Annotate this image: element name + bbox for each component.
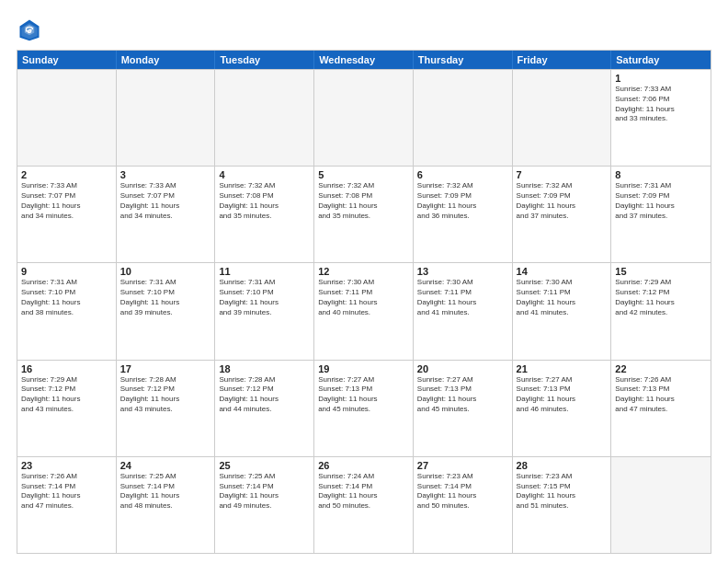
cell-info: Sunrise: 7:29 AM Sunset: 7:12 PM Dayligh…	[615, 278, 707, 317]
calendar-cell: 28Sunrise: 7:23 AM Sunset: 7:15 PM Dayli…	[513, 457, 612, 553]
header-day-thursday: Thursday	[414, 51, 513, 69]
cell-info: Sunrise: 7:33 AM Sunset: 7:07 PM Dayligh…	[120, 181, 211, 221]
cell-info: Sunrise: 7:31 AM Sunset: 7:10 PM Dayligh…	[21, 278, 112, 317]
day-number: 23	[21, 460, 112, 471]
calendar-cell: 21Sunrise: 7:27 AM Sunset: 7:13 PM Dayli…	[513, 361, 612, 456]
calendar-cell: 19Sunrise: 7:27 AM Sunset: 7:13 PM Dayli…	[314, 361, 414, 456]
header-day-monday: Monday	[117, 51, 216, 69]
cell-info: Sunrise: 7:28 AM Sunset: 7:12 PM Dayligh…	[219, 375, 310, 415]
day-number: 8	[615, 169, 707, 180]
day-number: 11	[219, 266, 310, 277]
day-number: 20	[417, 363, 508, 374]
calendar-row-1: 1Sunrise: 7:33 AM Sunset: 7:06 PM Daylig…	[17, 69, 711, 166]
calendar-cell: 12Sunrise: 7:30 AM Sunset: 7:11 PM Dayli…	[314, 263, 414, 359]
cell-info: Sunrise: 7:24 AM Sunset: 7:14 PM Dayligh…	[318, 472, 409, 511]
cell-info: Sunrise: 7:23 AM Sunset: 7:14 PM Dayligh…	[417, 472, 508, 511]
cell-info: Sunrise: 7:31 AM Sunset: 7:09 PM Dayligh…	[615, 181, 707, 221]
calendar-cell	[414, 70, 513, 166]
header-day-sunday: Sunday	[17, 51, 117, 69]
calendar-header: SundayMondayTuesdayWednesdayThursdayFrid…	[17, 51, 711, 69]
calendar-cell: 7Sunrise: 7:32 AM Sunset: 7:09 PM Daylig…	[513, 167, 612, 262]
cell-info: Sunrise: 7:27 AM Sunset: 7:13 PM Dayligh…	[517, 375, 608, 415]
cell-info: Sunrise: 7:32 AM Sunset: 7:09 PM Dayligh…	[417, 181, 508, 221]
cell-info: Sunrise: 7:33 AM Sunset: 7:07 PM Dayligh…	[21, 181, 112, 221]
calendar-row-3: 9Sunrise: 7:31 AM Sunset: 7:10 PM Daylig…	[17, 262, 711, 359]
calendar-row-5: 23Sunrise: 7:26 AM Sunset: 7:14 PM Dayli…	[17, 456, 711, 553]
calendar-cell: 22Sunrise: 7:26 AM Sunset: 7:13 PM Dayli…	[611, 361, 711, 456]
calendar-cell: 16Sunrise: 7:29 AM Sunset: 7:12 PM Dayli…	[17, 361, 117, 456]
cell-info: Sunrise: 7:30 AM Sunset: 7:11 PM Dayligh…	[517, 278, 608, 317]
day-number: 16	[21, 363, 112, 374]
cell-info: Sunrise: 7:29 AM Sunset: 7:12 PM Dayligh…	[21, 375, 112, 415]
cell-info: Sunrise: 7:30 AM Sunset: 7:11 PM Dayligh…	[417, 278, 508, 317]
day-number: 14	[517, 266, 608, 277]
calendar-cell: 13Sunrise: 7:30 AM Sunset: 7:11 PM Dayli…	[414, 263, 513, 359]
calendar-cell: 24Sunrise: 7:25 AM Sunset: 7:14 PM Dayli…	[117, 457, 216, 553]
calendar-row-4: 16Sunrise: 7:29 AM Sunset: 7:12 PM Dayli…	[17, 360, 711, 456]
calendar-cell: 25Sunrise: 7:25 AM Sunset: 7:14 PM Dayli…	[215, 457, 314, 553]
calendar-cell	[117, 70, 216, 166]
calendar-cell: 18Sunrise: 7:28 AM Sunset: 7:12 PM Dayli…	[215, 361, 314, 456]
calendar: SundayMondayTuesdayWednesdayThursdayFrid…	[17, 50, 711, 554]
calendar-cell: 6Sunrise: 7:32 AM Sunset: 7:09 PM Daylig…	[414, 167, 513, 262]
calendar-cell: 1Sunrise: 7:33 AM Sunset: 7:06 PM Daylig…	[611, 70, 711, 166]
header	[17, 17, 711, 42]
cell-info: Sunrise: 7:26 AM Sunset: 7:14 PM Dayligh…	[21, 472, 112, 511]
day-number: 7	[517, 169, 608, 180]
cell-info: Sunrise: 7:26 AM Sunset: 7:13 PM Dayligh…	[615, 375, 707, 415]
calendar-cell: 14Sunrise: 7:30 AM Sunset: 7:11 PM Dayli…	[513, 263, 612, 359]
cell-info: Sunrise: 7:33 AM Sunset: 7:06 PM Dayligh…	[615, 85, 707, 124]
cell-info: Sunrise: 7:23 AM Sunset: 7:15 PM Dayligh…	[517, 472, 608, 511]
day-number: 28	[517, 460, 608, 471]
calendar-cell	[314, 70, 414, 166]
calendar-cell	[215, 70, 314, 166]
calendar-cell: 3Sunrise: 7:33 AM Sunset: 7:07 PM Daylig…	[117, 167, 216, 262]
day-number: 24	[120, 460, 211, 471]
day-number: 21	[517, 363, 608, 374]
cell-info: Sunrise: 7:28 AM Sunset: 7:12 PM Dayligh…	[120, 375, 211, 415]
calendar-body: 1Sunrise: 7:33 AM Sunset: 7:06 PM Daylig…	[17, 69, 711, 553]
calendar-cell: 23Sunrise: 7:26 AM Sunset: 7:14 PM Dayli…	[17, 457, 117, 553]
calendar-cell: 9Sunrise: 7:31 AM Sunset: 7:10 PM Daylig…	[17, 263, 117, 359]
header-day-wednesday: Wednesday	[314, 51, 414, 69]
cell-info: Sunrise: 7:32 AM Sunset: 7:08 PM Dayligh…	[318, 181, 409, 221]
day-number: 2	[21, 169, 112, 180]
header-day-friday: Friday	[513, 51, 612, 69]
calendar-cell: 5Sunrise: 7:32 AM Sunset: 7:08 PM Daylig…	[314, 167, 414, 262]
day-number: 5	[318, 169, 409, 180]
calendar-cell: 20Sunrise: 7:27 AM Sunset: 7:13 PM Dayli…	[414, 361, 513, 456]
calendar-cell: 15Sunrise: 7:29 AM Sunset: 7:12 PM Dayli…	[611, 263, 711, 359]
day-number: 25	[219, 460, 310, 471]
header-day-tuesday: Tuesday	[215, 51, 314, 69]
page: SundayMondayTuesdayWednesdayThursdayFrid…	[0, 0, 728, 563]
day-number: 12	[318, 266, 409, 277]
calendar-cell	[611, 457, 711, 553]
day-number: 18	[219, 363, 310, 374]
day-number: 26	[318, 460, 409, 471]
day-number: 27	[417, 460, 508, 471]
cell-info: Sunrise: 7:25 AM Sunset: 7:14 PM Dayligh…	[120, 472, 211, 511]
calendar-row-2: 2Sunrise: 7:33 AM Sunset: 7:07 PM Daylig…	[17, 166, 711, 262]
logo-icon	[17, 17, 42, 42]
cell-info: Sunrise: 7:31 AM Sunset: 7:10 PM Dayligh…	[120, 278, 211, 317]
cell-info: Sunrise: 7:25 AM Sunset: 7:14 PM Dayligh…	[219, 472, 310, 511]
calendar-cell: 2Sunrise: 7:33 AM Sunset: 7:07 PM Daylig…	[17, 167, 117, 262]
day-number: 6	[417, 169, 508, 180]
calendar-cell	[17, 70, 117, 166]
day-number: 15	[615, 266, 707, 277]
calendar-cell: 26Sunrise: 7:24 AM Sunset: 7:14 PM Dayli…	[314, 457, 414, 553]
calendar-cell: 27Sunrise: 7:23 AM Sunset: 7:14 PM Dayli…	[414, 457, 513, 553]
cell-info: Sunrise: 7:27 AM Sunset: 7:13 PM Dayligh…	[417, 375, 508, 415]
day-number: 1	[615, 73, 707, 84]
day-number: 4	[219, 169, 310, 180]
day-number: 19	[318, 363, 409, 374]
day-number: 13	[417, 266, 508, 277]
cell-info: Sunrise: 7:30 AM Sunset: 7:11 PM Dayligh…	[318, 278, 409, 317]
cell-info: Sunrise: 7:32 AM Sunset: 7:08 PM Dayligh…	[219, 181, 310, 221]
day-number: 17	[120, 363, 211, 374]
day-number: 9	[21, 266, 112, 277]
header-day-saturday: Saturday	[611, 51, 711, 69]
cell-info: Sunrise: 7:31 AM Sunset: 7:10 PM Dayligh…	[219, 278, 310, 317]
calendar-cell: 10Sunrise: 7:31 AM Sunset: 7:10 PM Dayli…	[117, 263, 216, 359]
day-number: 22	[615, 363, 707, 374]
